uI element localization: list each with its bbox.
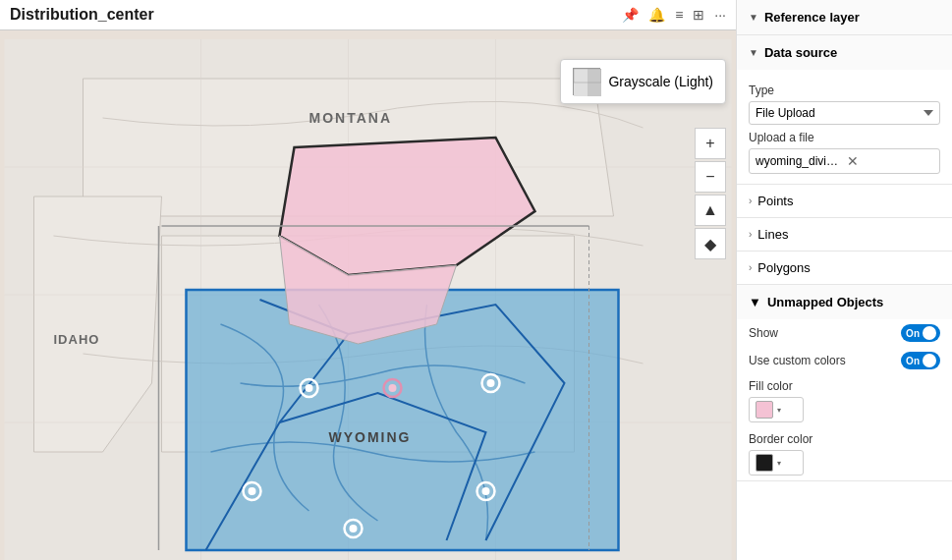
border-color-swatch — [756, 454, 773, 472]
more-icon[interactable]: ··· — [714, 7, 726, 23]
map-toolbar: 📌 🔔 ≡ ⊞ ··· — [622, 7, 726, 23]
custom-colors-toggle-circle — [923, 354, 936, 367]
map-container: Distribution_center 📌 🔔 ≡ ⊞ ··· — [0, 0, 736, 560]
show-label: Show — [749, 326, 778, 340]
custom-colors-toggle[interactable]: On — [901, 352, 940, 369]
unmapped-header[interactable]: ▼ Unmapped Objects — [737, 285, 952, 319]
map-title-bar: Distribution_center 📌 🔔 ≡ ⊞ ··· — [0, 0, 736, 30]
map-legend: Grayscale (Light) — [560, 59, 726, 104]
fill-color-picker[interactable]: ▾ — [749, 397, 804, 422]
data-source-section: ▼ Data source Type File Upload Upload a … — [737, 35, 952, 185]
custom-colors-toggle-text: On — [906, 356, 920, 366]
lines-header[interactable]: › Lines — [737, 218, 952, 251]
points-chevron: › — [749, 196, 752, 206]
type-label: Type — [749, 84, 940, 97]
polygons-section: › Polygons — [737, 252, 952, 285]
map-title: Distribution_center — [10, 6, 154, 24]
show-toggle[interactable]: On — [901, 324, 940, 342]
show-toggle-text: On — [906, 328, 920, 339]
fill-color-chevron: ▾ — [777, 406, 781, 415]
expand-icon[interactable]: ⊞ — [693, 7, 704, 23]
polygons-chevron: › — [749, 262, 752, 273]
points-header[interactable]: › Points — [737, 185, 952, 217]
location-button[interactable]: ◆ — [695, 228, 726, 259]
compass-button[interactable]: ▲ — [695, 195, 726, 226]
lines-section: › Lines — [737, 218, 952, 252]
border-color-picker[interactable]: ▾ — [749, 450, 804, 476]
lines-label: Lines — [757, 227, 788, 242]
svg-text:WYOMING: WYOMING — [329, 429, 412, 445]
reference-layer-chevron: ▼ — [749, 12, 758, 23]
points-label: Points — [757, 194, 793, 208]
legend-icon — [573, 68, 600, 95]
unmapped-chevron: ▼ — [749, 295, 761, 309]
custom-colors-toggle-row: Use custom colors On — [737, 347, 952, 374]
polygons-label: Polygons — [757, 260, 810, 275]
zoom-out-button[interactable]: − — [695, 161, 726, 193]
data-source-chevron: ▼ — [749, 47, 758, 58]
svg-point-14 — [350, 525, 358, 532]
type-select[interactable]: File Upload — [749, 101, 940, 125]
upload-label: Upload a file — [749, 131, 940, 144]
fill-color-row: Fill color ▾ — [737, 374, 952, 427]
points-section: › Points — [737, 185, 952, 218]
reference-layer-section: ▼ Reference layer — [737, 0, 952, 35]
svg-text:IDAHO: IDAHO — [54, 332, 100, 347]
svg-point-18 — [487, 379, 495, 387]
show-toggle-row: Show On — [737, 319, 952, 347]
border-color-label: Border color — [749, 432, 940, 446]
data-source-content: Type File Upload Upload a file wyoming_d… — [737, 70, 952, 184]
polygons-header[interactable]: › Polygons — [737, 252, 952, 284]
right-panel: ▼ Reference layer ▼ Data source Type Fil… — [736, 0, 952, 560]
show-toggle-circle — [923, 326, 936, 340]
file-upload-close[interactable]: ✕ — [847, 153, 934, 169]
legend-label: Grayscale (Light) — [608, 74, 713, 89]
border-color-row: Border color ▾ — [737, 427, 952, 480]
unmapped-section: ▼ Unmapped Objects Show On Use custom co… — [737, 285, 952, 481]
unmapped-label: Unmapped Objects — [767, 295, 883, 309]
file-upload-field: wyoming_divided.... ✕ — [749, 148, 940, 174]
fill-color-swatch — [756, 401, 773, 419]
svg-point-12 — [249, 487, 256, 495]
svg-text:MONTANA: MONTANA — [309, 110, 393, 126]
fill-color-label: Fill color — [749, 379, 940, 393]
svg-point-16 — [306, 384, 313, 392]
map-controls: + − ▲ ◆ — [695, 128, 726, 259]
bell-icon[interactable]: 🔔 — [648, 7, 665, 23]
file-upload-filename: wyoming_divided.... — [756, 154, 843, 168]
data-source-header[interactable]: ▼ Data source — [737, 35, 952, 70]
svg-point-22 — [389, 384, 397, 392]
reference-layer-header[interactable]: ▼ Reference layer — [737, 0, 952, 34]
lines-chevron: › — [749, 229, 752, 240]
reference-layer-label: Reference layer — [764, 10, 860, 25]
svg-point-20 — [482, 487, 490, 495]
border-color-chevron: ▾ — [777, 459, 781, 468]
map-svg: MONTANA IDAHO WYOMING — [0, 39, 736, 560]
data-source-label: Data source — [764, 45, 837, 60]
pin-icon[interactable]: 📌 — [622, 7, 639, 23]
menu-icon[interactable]: ≡ — [675, 7, 683, 23]
custom-colors-label: Use custom colors — [749, 354, 846, 367]
zoom-in-button[interactable]: + — [695, 128, 726, 159]
